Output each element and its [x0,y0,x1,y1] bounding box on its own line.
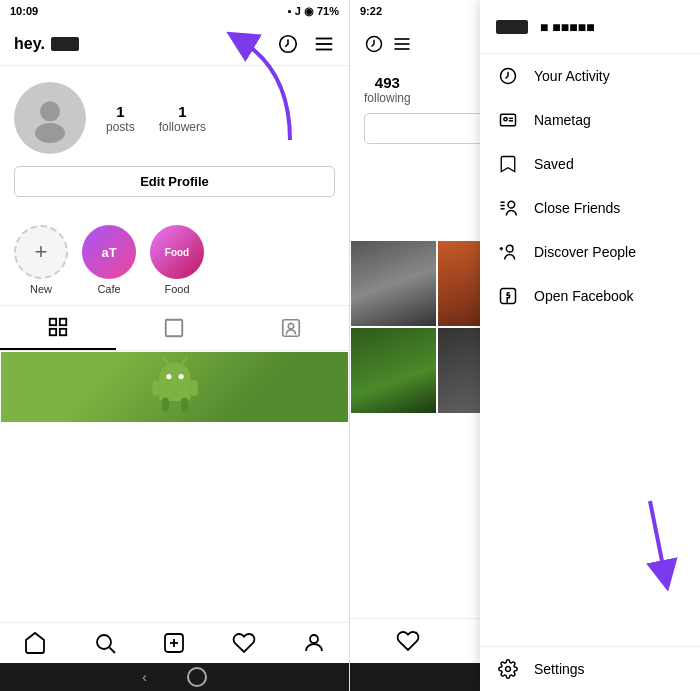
home-button[interactable] [187,667,207,687]
left-system-bar: ‹ [0,663,349,691]
close-friends-icon [496,198,520,218]
close-friends-label: Close Friends [534,200,620,216]
right-phone: 9:22 ◉ △ LTE▲▪ 63% 493 [350,0,700,691]
battery-icon: 71% [317,5,339,17]
right-activity-icon[interactable] [364,34,384,54]
discover-people-label: Discover People [534,244,636,260]
svg-point-38 [504,118,507,121]
profile-top: 1 posts 1 followers [14,82,335,154]
svg-rect-9 [60,329,66,335]
svg-point-20 [178,374,183,379]
nametag-label: Nametag [534,112,591,128]
posts-stat: 1 posts [106,103,135,134]
menu-username: ■ ■■■■■ [540,19,595,35]
left-time: 10:09 [10,5,38,17]
nav-profile[interactable] [279,631,349,655]
your-activity-label: Your Activity [534,68,610,84]
story-circle-new[interactable]: + [14,225,68,279]
svg-rect-48 [501,289,516,304]
svg-rect-11 [283,320,300,337]
right-menu-icon[interactable] [392,34,412,54]
grid-row-1 [0,351,349,423]
story-new[interactable]: + New [14,225,68,295]
left-phone: 10:09 ▪ J ◉ 71% hey. [0,0,350,691]
svg-rect-7 [60,319,66,325]
nav-add[interactable] [140,631,210,655]
svg-rect-10 [166,320,183,337]
svg-point-19 [166,374,171,379]
menu-item-nametag[interactable]: Nametag [480,98,700,142]
menu-item-your-activity[interactable]: Your Activity [480,54,700,98]
nav-home[interactable] [0,631,70,655]
right-grid-cell-1[interactable] [350,240,437,327]
menu-hamburger-icon[interactable] [313,33,335,55]
svg-point-4 [40,101,60,121]
tabs-row [0,305,349,351]
right-grid-cell-4[interactable] [350,327,437,414]
right-nav-heart[interactable] [350,629,467,653]
edit-profile-button[interactable]: Edit Profile [14,166,335,197]
right-following-stat: 493 following [364,74,411,105]
menu-item-saved[interactable]: Saved [480,142,700,186]
back-button[interactable]: ‹ [142,669,147,685]
left-bottom-nav [0,622,349,663]
story-circle-cafe[interactable]: aT [82,225,136,279]
right-following-count: 493 [375,74,400,91]
slide-menu-header: ■ ■■■■■ [480,0,700,54]
svg-rect-16 [190,380,197,396]
saved-label: Saved [534,156,574,172]
saved-icon [496,154,520,174]
tab-list[interactable] [116,306,232,350]
signal-icons: ▪ J ◉ [288,5,314,18]
story-label-food: Food [164,283,189,295]
story-label-cafe: Cafe [97,283,120,295]
slide-menu: ■ ■■■■■ Your Activity Nametag [480,0,700,691]
nav-search[interactable] [70,631,140,655]
your-activity-icon [496,66,520,86]
svg-point-12 [288,323,294,329]
username-block [51,37,79,51]
tab-tagged[interactable] [233,306,349,350]
svg-line-24 [109,648,115,654]
posts-count: 1 [116,103,124,120]
story-food[interactable]: Food Food [150,225,204,295]
svg-line-22 [182,357,187,363]
stories-row: + New aT Cafe Food Food [0,219,349,305]
menu-avatar-block [496,20,528,34]
username-title: hey. [14,35,45,53]
followers-stat: 1 followers [159,103,206,134]
story-label-new: New [30,283,52,295]
svg-point-44 [508,201,515,208]
menu-item-close-friends[interactable]: Close Friends [480,186,700,230]
grid-cell-android[interactable] [0,351,349,423]
menu-item-discover-people[interactable]: Discover People [480,230,700,274]
svg-rect-8 [50,329,56,335]
svg-rect-14 [159,378,191,401]
right-time: 9:22 [360,5,382,17]
story-cafe[interactable]: aT Cafe [82,225,136,295]
grid-section [0,351,349,622]
facebook-icon [496,286,520,306]
svg-point-23 [97,635,111,649]
activity-icon[interactable] [277,33,299,55]
svg-rect-37 [501,114,516,126]
svg-rect-15 [152,380,159,396]
followers-label: followers [159,120,206,134]
svg-line-21 [162,357,167,363]
left-status-bar: 10:09 ▪ J ◉ 71% [0,0,349,22]
profile-stats: 1 posts 1 followers [106,103,206,134]
menu-item-open-facebook[interactable]: Open Facebook [480,274,700,318]
nav-heart[interactable] [209,631,279,655]
svg-point-49 [506,667,511,672]
left-status-icons: ▪ J ◉ 71% [288,5,339,18]
menu-item-settings[interactable]: Settings [480,646,700,691]
nametag-icon [496,110,520,130]
right-header-user [364,34,412,54]
discover-people-icon [496,242,520,262]
story-circle-food[interactable]: Food [150,225,204,279]
tab-grid[interactable] [0,306,116,350]
svg-point-5 [35,123,65,143]
top-nav-icons [277,33,335,55]
svg-rect-18 [181,398,188,412]
settings-label: Settings [534,661,585,677]
